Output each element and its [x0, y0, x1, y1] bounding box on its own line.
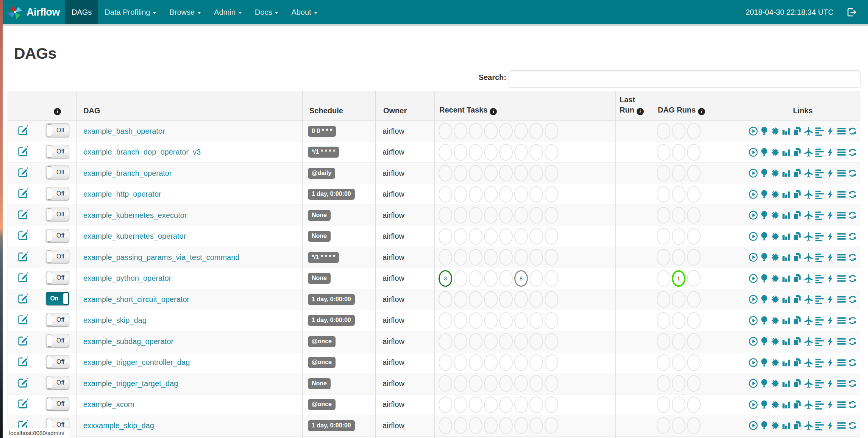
info-icon[interactable]: i [490, 108, 497, 115]
dag-run-circle[interactable] [672, 417, 685, 434]
task-state-circle[interactable] [499, 291, 513, 308]
task-instances-icon[interactable] [837, 210, 846, 220]
task-instances-icon[interactable] [837, 147, 846, 157]
landing-times-icon[interactable] [804, 400, 813, 410]
dag-pause-toggle[interactable]: Off [46, 145, 69, 158]
code-view-icon[interactable] [826, 400, 835, 410]
task-duration-icon[interactable] [781, 316, 791, 325]
dag-run-circle[interactable] [687, 291, 701, 308]
dag-pause-toggle[interactable]: Off [46, 250, 69, 263]
dag-run-circle[interactable] [672, 333, 685, 350]
task-tries-icon[interactable] [792, 126, 802, 136]
gantt-icon[interactable] [815, 168, 824, 178]
task-state-circle[interactable] [545, 123, 558, 139]
graph-view-icon[interactable] [770, 336, 780, 346]
gantt-icon[interactable] [815, 232, 824, 241]
task-state-circle[interactable] [439, 249, 452, 266]
dag-run-circle[interactable] [657, 144, 670, 161]
landing-times-icon[interactable] [804, 274, 813, 283]
dag-run-circle[interactable] [657, 165, 670, 181]
dag-link[interactable]: example_xcom [83, 400, 134, 408]
task-state-circle[interactable] [499, 375, 513, 392]
graph-view-icon[interactable] [770, 168, 780, 178]
dag-run-circle[interactable] [672, 123, 685, 139]
trigger-dag-icon[interactable] [748, 210, 758, 220]
task-state-circle[interactable] [484, 144, 498, 161]
refresh-icon[interactable] [848, 294, 857, 304]
task-duration-icon[interactable] [781, 126, 791, 136]
code-view-icon[interactable] [826, 147, 835, 157]
task-state-circle[interactable] [514, 123, 528, 139]
tree-view-icon[interactable] [759, 358, 769, 368]
task-state-circle[interactable] [439, 312, 452, 329]
trigger-dag-icon[interactable] [748, 316, 758, 325]
task-state-circle[interactable] [499, 123, 513, 139]
refresh-icon[interactable] [848, 400, 857, 410]
code-view-icon[interactable] [826, 336, 835, 346]
task-state-circle[interactable] [454, 123, 467, 139]
task-tries-icon[interactable] [792, 189, 802, 199]
gantt-icon[interactable] [815, 379, 824, 388]
trigger-dag-icon[interactable] [748, 252, 758, 262]
task-state-circle[interactable] [514, 333, 528, 350]
task-tries-icon[interactable] [792, 147, 802, 157]
dag-link[interactable]: example_branch_dop_operator_v3 [83, 148, 201, 156]
dag-link[interactable]: example_bash_operator [83, 127, 165, 135]
gantt-icon[interactable] [815, 336, 824, 346]
dag-run-circle[interactable]: 1 [672, 270, 685, 287]
trigger-dag-icon[interactable] [748, 232, 758, 241]
landing-times-icon[interactable] [804, 379, 813, 388]
dag-run-circle[interactable] [687, 186, 701, 203]
task-state-circle[interactable] [499, 417, 513, 434]
edit-dag-icon[interactable] [17, 299, 28, 305]
task-state-circle[interactable] [454, 165, 467, 181]
task-state-circle[interactable] [439, 417, 452, 434]
logout-icon[interactable] [846, 7, 857, 17]
edit-dag-icon[interactable] [17, 404, 28, 410]
nav-item-admin[interactable]: Admin [208, 0, 248, 24]
task-state-circle[interactable] [529, 228, 543, 245]
code-view-icon[interactable] [826, 252, 835, 262]
task-instances-icon[interactable] [837, 379, 846, 388]
refresh-icon[interactable] [848, 147, 857, 157]
dag-run-circle[interactable] [657, 396, 670, 413]
task-state-circle[interactable] [439, 123, 452, 139]
task-state-circle[interactable] [484, 396, 498, 413]
nav-item-browse[interactable]: Browse [163, 0, 208, 24]
gantt-icon[interactable] [815, 358, 824, 368]
tree-view-icon[interactable] [759, 400, 769, 410]
graph-view-icon[interactable] [770, 379, 780, 388]
code-view-icon[interactable] [826, 274, 835, 283]
task-duration-icon[interactable] [781, 421, 791, 430]
refresh-icon[interactable] [848, 316, 857, 325]
task-state-circle[interactable]: 8 [514, 270, 528, 287]
tree-view-icon[interactable] [759, 421, 769, 430]
task-state-circle[interactable] [484, 312, 498, 329]
dag-run-circle[interactable] [687, 270, 701, 287]
task-state-circle[interactable] [484, 228, 498, 245]
task-state-circle[interactable] [514, 375, 528, 392]
dag-link[interactable]: example_kubernetes_executor [83, 211, 187, 219]
code-view-icon[interactable] [826, 210, 835, 220]
landing-times-icon[interactable] [804, 126, 813, 136]
task-state-circle[interactable] [545, 354, 558, 371]
dag-run-circle[interactable] [657, 312, 670, 329]
graph-view-icon[interactable] [770, 294, 780, 304]
dag-run-circle[interactable] [672, 291, 685, 308]
graph-view-icon[interactable] [770, 358, 780, 368]
landing-times-icon[interactable] [804, 252, 813, 262]
landing-times-icon[interactable] [804, 147, 813, 157]
dag-link[interactable]: example_skip_dag [83, 316, 147, 324]
task-state-circle[interactable] [499, 333, 513, 350]
refresh-icon[interactable] [848, 358, 857, 368]
task-state-circle[interactable] [484, 270, 498, 287]
dag-run-circle[interactable] [687, 312, 701, 329]
code-view-icon[interactable] [826, 316, 835, 325]
dag-run-circle[interactable] [672, 312, 685, 329]
task-instances-icon[interactable] [837, 294, 846, 304]
task-state-circle[interactable] [454, 144, 467, 161]
tree-view-icon[interactable] [759, 210, 769, 220]
landing-times-icon[interactable] [804, 189, 813, 199]
task-tries-icon[interactable] [792, 210, 802, 220]
task-state-circle[interactable] [439, 144, 452, 161]
